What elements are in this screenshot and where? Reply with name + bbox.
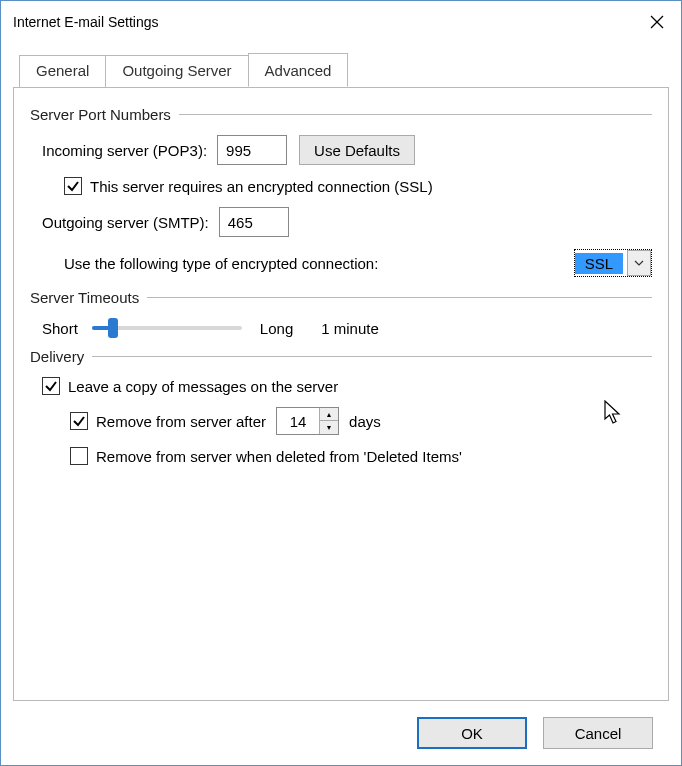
remove-deleted-checkbox[interactable] [70, 447, 88, 465]
group-divider [179, 114, 652, 115]
remove-deleted-label: Remove from server when deleted from 'De… [96, 448, 462, 465]
chevron-down-icon [627, 250, 651, 276]
titlebar: Internet E-mail Settings [1, 1, 681, 43]
slider-thumb[interactable] [108, 318, 118, 338]
spinner-down-button[interactable]: ▼ [320, 421, 338, 434]
dialog-window: Internet E-mail Settings General Outgoin… [0, 0, 682, 766]
spinner-up-button[interactable]: ▲ [320, 408, 338, 421]
group-server-port-numbers: Server Port Numbers [30, 106, 652, 123]
close-button[interactable] [633, 1, 681, 43]
remove-after-days-spinner[interactable]: ▲ ▼ [276, 407, 339, 435]
use-defaults-button[interactable]: Use Defaults [299, 135, 415, 165]
remove-after-days-input[interactable] [277, 408, 319, 434]
leave-copy-label: Leave a copy of messages on the server [68, 378, 338, 395]
encryption-type-value: SSL [575, 253, 623, 274]
close-icon [650, 15, 664, 29]
checkmark-icon [72, 414, 86, 428]
group-delivery: Delivery [30, 348, 652, 365]
incoming-port-input[interactable] [217, 135, 287, 165]
timeout-short-label: Short [42, 320, 78, 337]
content-area: General Outgoing Server Advanced Server … [1, 43, 681, 765]
outgoing-port-input[interactable] [219, 207, 289, 237]
encryption-type-label: Use the following type of encrypted conn… [64, 255, 378, 272]
tab-strip: General Outgoing Server Advanced [19, 53, 669, 87]
tab-general[interactable]: General [19, 55, 106, 89]
group-label: Server Port Numbers [30, 106, 171, 123]
timeout-duration: 1 minute [321, 320, 379, 337]
incoming-server-label: Incoming server (POP3): [42, 142, 207, 159]
remove-after-checkbox[interactable] [70, 412, 88, 430]
tab-advanced[interactable]: Advanced [248, 53, 349, 87]
checkmark-icon [66, 179, 80, 193]
group-label: Server Timeouts [30, 289, 139, 306]
dialog-footer: OK Cancel [13, 701, 669, 765]
timeout-slider[interactable] [92, 318, 242, 338]
timeout-long-label: Long [260, 320, 293, 337]
remove-after-label: Remove from server after [96, 413, 266, 430]
tab-outgoing-server[interactable]: Outgoing Server [105, 55, 248, 89]
leave-copy-checkbox[interactable] [42, 377, 60, 395]
ssl-checkbox[interactable] [64, 177, 82, 195]
checkmark-icon [44, 379, 58, 393]
cancel-button[interactable]: Cancel [543, 717, 653, 749]
group-divider [147, 297, 652, 298]
ok-button[interactable]: OK [417, 717, 527, 749]
outgoing-server-label: Outgoing server (SMTP): [42, 214, 209, 231]
group-server-timeouts: Server Timeouts [30, 289, 652, 306]
encryption-type-select[interactable]: SSL [574, 249, 652, 277]
group-label: Delivery [30, 348, 84, 365]
group-divider [92, 356, 652, 357]
days-label: days [349, 413, 381, 430]
window-title: Internet E-mail Settings [13, 14, 159, 30]
tab-panel-advanced: Server Port Numbers Incoming server (POP… [13, 87, 669, 701]
ssl-checkbox-label: This server requires an encrypted connec… [90, 178, 433, 195]
